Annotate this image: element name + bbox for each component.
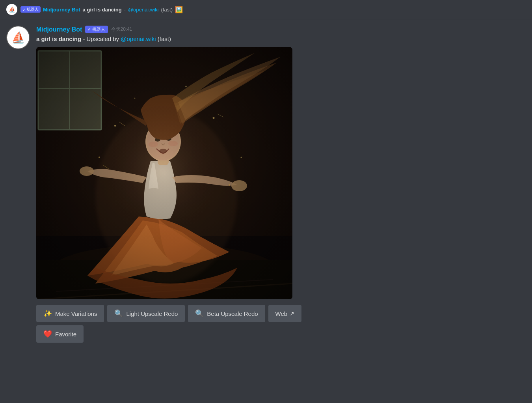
beta-upscale-redo-button[interactable]: 🔍 Beta Upscale Redo [188, 305, 265, 322]
web-label: Web [275, 310, 288, 317]
beta-upscale-label: Beta Upscale Redo [207, 310, 258, 317]
make-variations-icon: ✨ [43, 309, 52, 318]
message-speed: (fast) [158, 35, 171, 42]
header-speed: (fast) [161, 7, 173, 13]
buttons-row-2: ❤️ Favorite [36, 325, 526, 343]
make-variations-label: Make Variations [55, 310, 97, 317]
header-bot-name: Midjourney Bot [43, 7, 80, 13]
favorite-label: Favorite [55, 331, 76, 338]
header-separator: - [124, 7, 126, 13]
header-bot-badge: ✓ ✓ 机器人 机器人 [20, 6, 41, 13]
bot-badge: ✓ 机器人 [85, 26, 108, 33]
beta-upscale-icon: 🔍 [195, 309, 204, 318]
light-upscale-label: Light Upscale Redo [126, 310, 178, 317]
avatar-wrapper: ⛵ [6, 26, 30, 49]
header-mention: @openai.wiki [128, 7, 159, 13]
light-upscale-redo-button[interactable]: 🔍 Light Upscale Redo [107, 305, 185, 322]
generated-image[interactable] [36, 47, 292, 299]
bot-avatar: ⛵ [6, 26, 30, 49]
web-button[interactable]: Web ↗ [268, 305, 302, 322]
header-text: ✓ ✓ 机器人 机器人 Midjourney Bot a girl is dan… [20, 6, 183, 13]
message-prompt: a girl is dancing [36, 35, 81, 42]
message-mention: @openai.wiki [121, 35, 156, 42]
buttons-row-1: ✨ Make Variations 🔍 Light Upscale Redo 🔍… [36, 305, 526, 322]
channel-header: ⛵ ✓ ✓ 机器人 机器人 Midjourney Bot a girl is d… [0, 0, 532, 19]
message-row: ⛵ Midjourney Bot ✓ 机器人 今天20:41 a girl is… [0, 22, 532, 301]
message-timestamp: 今天20:41 [111, 26, 132, 33]
message-content: Midjourney Bot ✓ 机器人 今天20:41 a girl is d… [36, 26, 526, 299]
bot-name: Midjourney Bot [36, 26, 82, 33]
external-link-icon: ↗ [290, 310, 294, 317]
svg-rect-34 [36, 47, 292, 299]
message-text: a girl is dancing - Upscaled by @openai.… [36, 35, 526, 43]
make-variations-button[interactable]: ✨ Make Variations [36, 305, 104, 322]
message-middle: - Upscaled by [83, 35, 121, 42]
favorite-button[interactable]: ❤️ Favorite [36, 325, 84, 343]
dancing-girl-svg [36, 47, 292, 299]
buttons-area: ✨ Make Variations 🔍 Light Upscale Redo 🔍… [0, 301, 532, 347]
header-avatar: ⛵ [6, 4, 17, 15]
header-prompt: a girl is dancing [83, 7, 122, 13]
light-upscale-icon: 🔍 [114, 309, 123, 318]
favorite-icon: ❤️ [43, 330, 52, 338]
header-image-icon: 🖼️ [175, 6, 183, 13]
message-header: Midjourney Bot ✓ 机器人 今天20:41 [36, 26, 526, 33]
